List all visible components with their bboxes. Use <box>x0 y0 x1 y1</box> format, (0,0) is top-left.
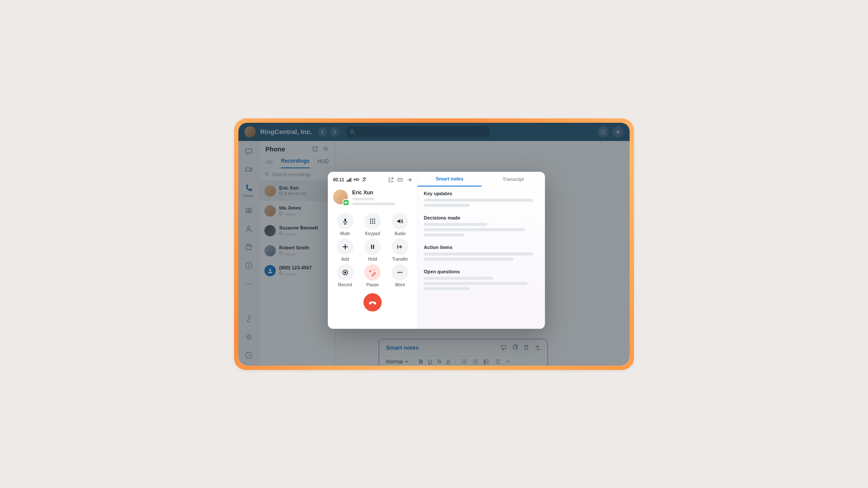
svg-point-49 <box>370 223 371 224</box>
svg-rect-37 <box>350 178 351 182</box>
more-button[interactable]: More <box>388 264 412 287</box>
svg-point-38 <box>364 181 365 182</box>
svg-rect-53 <box>373 245 374 249</box>
svg-rect-35 <box>348 180 349 182</box>
video-badge-icon <box>343 199 350 206</box>
svg-rect-41 <box>345 202 347 203</box>
mic-icon <box>342 218 349 225</box>
svg-rect-42 <box>344 219 346 222</box>
svg-rect-34 <box>347 180 347 182</box>
cc-icon[interactable]: CC <box>397 177 403 183</box>
mute-button[interactable]: Mute <box>333 213 357 236</box>
svg-point-48 <box>374 220 375 222</box>
keypad-button[interactable]: Keypad <box>360 213 384 236</box>
pause-notes-button[interactable]: Pause <box>360 264 384 287</box>
record-icon <box>342 269 349 276</box>
section-heading: Key updates <box>424 191 539 196</box>
audio-button[interactable]: Audio <box>388 213 412 236</box>
svg-point-57 <box>399 272 401 273</box>
svg-point-51 <box>374 223 375 224</box>
call-duration: 00:11 <box>333 177 344 182</box>
svg-point-56 <box>398 272 399 273</box>
svg-point-45 <box>374 218 375 219</box>
svg-rect-52 <box>371 245 372 249</box>
svg-point-55 <box>344 271 346 273</box>
add-button[interactable]: Add <box>333 239 357 262</box>
svg-point-46 <box>370 220 371 222</box>
record-button[interactable]: Record <box>333 264 357 287</box>
caller-name: Eric Xun <box>352 190 412 196</box>
tab-smart-notes[interactable]: Smart notes <box>418 172 482 187</box>
section-heading: Decisions made <box>424 215 539 220</box>
hangup-icon <box>368 298 377 307</box>
transfer-button[interactable]: Transfer <box>388 239 412 262</box>
svg-point-47 <box>372 220 373 222</box>
section-heading: Open questions <box>424 269 539 274</box>
svg-point-43 <box>370 218 371 219</box>
disconnected-icon <box>362 177 367 182</box>
more-icon <box>396 269 403 276</box>
section-heading: Action items <box>424 245 539 250</box>
collapse-icon[interactable] <box>406 177 412 183</box>
svg-point-50 <box>372 223 373 224</box>
svg-rect-36 <box>349 179 350 182</box>
sparkle-edit-icon <box>369 269 376 276</box>
svg-text:CC: CC <box>399 179 402 181</box>
svg-point-58 <box>401 272 403 273</box>
pause-icon <box>370 244 376 250</box>
active-call-modal: 00:11 HD CC Eric Xun <box>328 172 545 329</box>
transfer-icon <box>396 243 403 250</box>
svg-point-44 <box>372 218 373 219</box>
plus-icon <box>342 243 349 250</box>
popout-icon[interactable] <box>388 177 394 183</box>
caller-avatar <box>333 190 348 204</box>
speaker-icon <box>396 218 403 225</box>
hangup-button[interactable] <box>363 293 382 311</box>
keypad-icon <box>370 218 376 224</box>
tab-transcript[interactable]: Transcript <box>482 172 545 187</box>
signal-icon <box>347 177 352 182</box>
hd-badge: HD <box>354 177 360 182</box>
hold-button[interactable]: Hold <box>360 239 384 262</box>
